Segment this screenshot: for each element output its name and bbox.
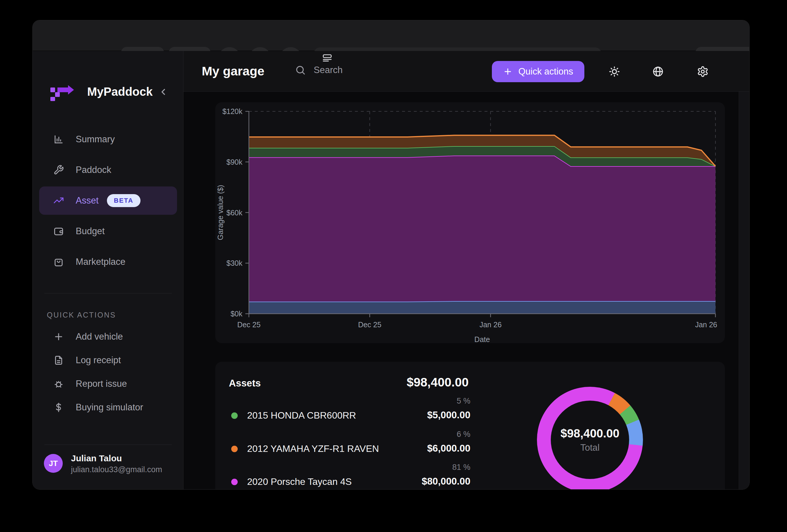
sidebar: MyPaddock Summary Paddock <box>33 51 184 489</box>
page-header: My garage Search Quick actions <box>184 51 749 92</box>
browser-window: N G S localhost Ax <box>33 20 750 490</box>
search-input[interactable]: Search <box>295 65 343 76</box>
asset-row[interactable]: 2020 Porsche Taycan 4S 81 % $80,000.00 <box>229 467 470 490</box>
asset-row[interactable]: 2012 YAMAHA YZF-R1 RAVEN 6 % $6,000.00 <box>229 434 470 463</box>
avatar[interactable]: JT <box>44 454 63 473</box>
asset-color-dot <box>231 446 238 452</box>
profile-name: Julian Talou <box>71 453 122 463</box>
asset-percent: 81 % <box>382 463 470 472</box>
assets-title: Assets <box>229 378 261 389</box>
sidebar-item-paddock[interactable]: Paddock <box>39 156 177 184</box>
profile-email: julian.talou33@gmail.com <box>71 465 162 474</box>
assets-total: $98,400.00 <box>407 375 469 389</box>
quick-actions-button[interactable]: Quick actions <box>492 61 584 82</box>
svg-text:$30k: $30k <box>227 259 243 267</box>
sidebar-item-label: Summary <box>76 134 115 145</box>
svg-text:Jan 26: Jan 26 <box>695 320 717 329</box>
quick-action-add-vehicle[interactable]: Add vehicle <box>39 325 177 348</box>
plus-icon <box>53 332 64 342</box>
asset-value: $6,000.00 <box>382 443 470 454</box>
svg-text:Date: Date <box>474 335 490 343</box>
asset-value: $80,000.00 <box>382 476 470 487</box>
svg-text:$60k: $60k <box>227 209 243 217</box>
quick-action-label: Report issue <box>76 379 127 389</box>
svg-text:Dec 25: Dec 25 <box>237 320 260 329</box>
svg-text:$0k: $0k <box>231 310 243 318</box>
sidebar-item-label: Marketplace <box>76 257 126 267</box>
plus-icon <box>503 67 512 76</box>
search-icon <box>295 65 306 76</box>
wallet-icon <box>53 226 64 237</box>
quick-action-buying-simulator[interactable]: Buying simulator <box>39 396 177 419</box>
browser-toolbar: N G S localhost Ax <box>33 20 749 51</box>
bug-icon <box>53 379 64 389</box>
donut-total-value: $98,400.00 <box>560 427 619 440</box>
sun-icon[interactable] <box>609 66 620 78</box>
logout-button[interactable]: Log out <box>39 487 177 490</box>
donut-center: $98,400.00 Total <box>537 387 643 490</box>
asset-color-dot <box>231 479 238 485</box>
svg-text:Jan 26: Jan 26 <box>480 320 502 329</box>
quick-actions-label: Quick actions <box>518 66 573 77</box>
asset-percent: 6 % <box>382 430 470 439</box>
sidebar-item-label: Paddock <box>76 165 111 175</box>
quick-actions-title: QUICK ACTIONS <box>47 311 116 319</box>
svg-text:$90k: $90k <box>227 158 243 166</box>
dollar-icon <box>53 402 64 413</box>
sidebar-item-asset[interactable]: Asset BETA <box>39 187 177 215</box>
desktop: N G S localhost Ax <box>0 0 787 532</box>
wrench-icon <box>53 165 64 175</box>
page-title: My garage <box>202 64 264 78</box>
garage-value-area-chart[interactable]: $120k$90k$60k$30k$0kDec 25Dec 25Jan 26Ja… <box>215 102 725 343</box>
bar-chart-icon <box>53 134 64 145</box>
sidebar-item-summary[interactable]: Summary <box>39 125 177 153</box>
sidebar-item-label: Budget <box>76 226 105 237</box>
sidebar-item-marketplace[interactable]: Marketplace <box>39 248 177 276</box>
asset-name: 2020 Porsche Taycan 4S <box>247 476 352 487</box>
quick-action-report-issue[interactable]: Report issue <box>39 372 177 396</box>
quick-action-label: Buying simulator <box>76 402 143 413</box>
reader-icon[interactable] <box>322 52 333 64</box>
assets-card: Assets $98,400.00 2015 HONDA CBR600RR 5 … <box>215 362 725 490</box>
donut-total-label: Total <box>580 443 599 453</box>
mypaddock-logo-icon <box>48 83 76 102</box>
shopping-bag-icon <box>53 257 64 267</box>
file-text-icon <box>53 355 64 366</box>
beta-badge: BETA <box>107 194 141 207</box>
asset-name: 2012 YAMAHA YZF-R1 RAVEN <box>247 443 379 454</box>
asset-percent: 5 % <box>382 397 470 406</box>
quick-action-label: Log receipt <box>76 355 121 366</box>
svg-text:Garage value ($): Garage value ($) <box>216 185 225 240</box>
garage-value-chart-card: $120k$90k$60k$30k$0kDec 25Dec 25Jan 26Ja… <box>215 102 725 343</box>
asset-color-dot <box>231 412 238 419</box>
quick-action-log-receipt[interactable]: Log receipt <box>39 348 177 372</box>
main-content: $120k$90k$60k$30k$0kDec 25Dec 25Jan 26Ja… <box>184 92 739 489</box>
app-root: MyPaddock Summary Paddock <box>33 51 749 489</box>
svg-text:Dec 25: Dec 25 <box>358 320 381 329</box>
globe-icon[interactable] <box>652 66 664 78</box>
asset-row[interactable]: 2015 HONDA CBR600RR 5 % $5,000.00 <box>229 401 470 429</box>
brand-row: MyPaddock <box>33 80 183 104</box>
scrollbar-track[interactable] <box>739 92 749 489</box>
asset-name: 2015 HONDA CBR600RR <box>247 410 356 421</box>
sidebar-collapse-icon[interactable] <box>158 87 169 97</box>
sidebar-item-label: Asset <box>76 195 99 206</box>
svg-text:$120k: $120k <box>222 107 243 115</box>
search-placeholder: Search <box>314 65 343 76</box>
brand-name: MyPaddock <box>87 85 153 99</box>
quick-action-label: Add vehicle <box>76 332 123 342</box>
asset-value: $5,000.00 <box>382 409 470 421</box>
sidebar-divider <box>44 445 172 445</box>
sidebar-item-budget[interactable]: Budget <box>39 217 177 246</box>
gear-icon[interactable] <box>697 66 709 78</box>
trending-up-icon <box>53 195 64 206</box>
